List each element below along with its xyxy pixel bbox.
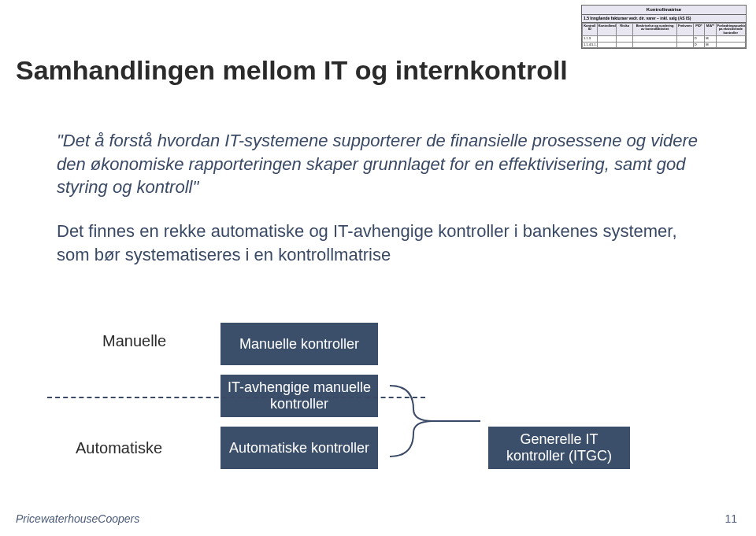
box-automatic-controls: Automatiske kontroller: [220, 427, 378, 469]
paragraph-text: Det finnes en rekke automatiske og IT-av…: [57, 220, 702, 266]
table-row: 1.1.4/1.1.x D M: [583, 42, 746, 47]
footer-page-number: 11: [724, 512, 737, 525]
matrix-header: Forbedringspunkter på eksisterende kontr…: [716, 24, 745, 36]
matrix-header: Kontrollmål: [597, 24, 617, 36]
box-itgc: Generelle IT kontroller (ITGC): [488, 427, 630, 469]
controls-diagram: Manuelle Automatiske Manuelle kontroller…: [71, 323, 685, 488]
footer-brand: PricewaterhouseCoopers: [16, 512, 139, 525]
matrix-header: M/A**: [705, 24, 716, 36]
table-row: 1.1.3 D M: [583, 36, 746, 42]
matrix-title: Kontrollmatrise: [582, 6, 746, 15]
matrix-header: Beskrivelse og vurdering av kontrollakti…: [633, 24, 677, 36]
box-it-dependent-controls: IT-avhengige manuelle kontroller: [220, 375, 378, 417]
matrix-header: Kontroll ID: [583, 24, 598, 36]
quote-text: "Det å forstå hvordan IT-systemene suppo…: [57, 129, 702, 199]
body-text: "Det å forstå hvordan IT-systemene suppo…: [57, 129, 702, 274]
matrix-figure: Kontrollmatrise 1.5 Inngående fakturaer …: [581, 5, 747, 49]
page-title: Samhandlingen mellom IT og internkontrol…: [16, 55, 568, 86]
dashed-divider: [47, 397, 425, 398]
slide: Kontrollmatrise 1.5 Inngående fakturaer …: [0, 0, 756, 536]
label-automatic: Automatiske: [76, 439, 162, 457]
matrix-table: Kontroll ID Kontrollmål Risiko Beskrivel…: [582, 23, 746, 48]
matrix-subtitle: 1.5 Inngående fakturaer vedr. dir. varer…: [582, 15, 746, 24]
matrix-header: P/D*: [693, 24, 704, 36]
matrix-header: Risiko: [617, 24, 633, 36]
box-manual-controls: Manuelle kontroller: [220, 323, 378, 365]
brace-connector: [390, 378, 480, 464]
label-manual: Manuelle: [102, 332, 166, 350]
matrix-header: Frekvens: [677, 24, 694, 36]
